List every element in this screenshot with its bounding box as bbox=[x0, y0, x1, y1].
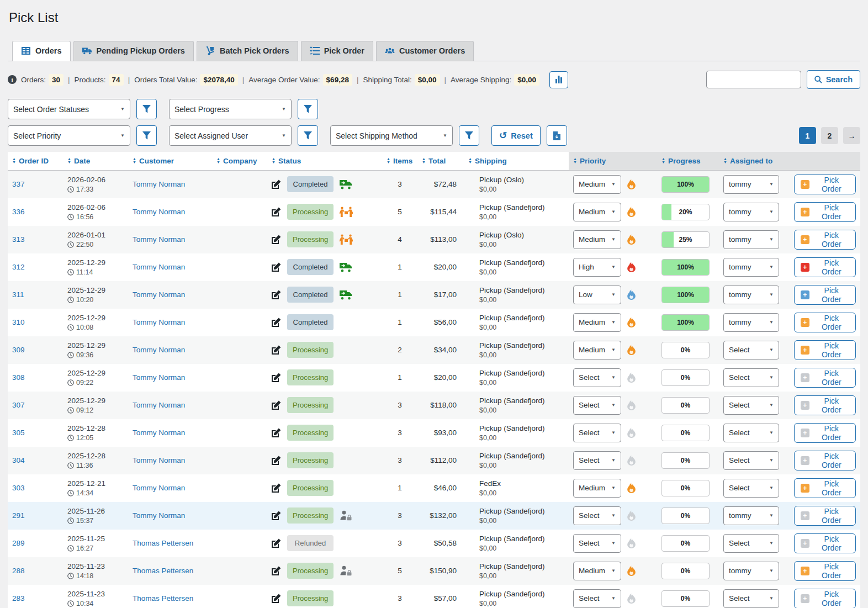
edit-status-icon[interactable] bbox=[272, 179, 281, 189]
column-header-priority[interactable]: ▲▼Priority bbox=[569, 152, 657, 171]
edit-status-icon[interactable] bbox=[272, 345, 281, 355]
pagination-next-button[interactable]: → bbox=[843, 127, 860, 144]
order-id-link[interactable]: 307 bbox=[12, 401, 25, 409]
assigned-to-select[interactable]: tommy ▼ bbox=[723, 286, 779, 304]
progress-filter-button[interactable] bbox=[298, 99, 318, 119]
order-id-link[interactable]: 305 bbox=[12, 429, 25, 437]
column-header-progress[interactable]: ▲▼Progress bbox=[657, 152, 719, 171]
assigned-to-select[interactable]: tommy ▼ bbox=[723, 230, 779, 249]
priority-select[interactable]: Medium ▼ bbox=[573, 230, 621, 249]
priority-select-filter[interactable]: Select Priority▼ bbox=[8, 125, 130, 146]
assigned-to-select[interactable]: tommy ▼ bbox=[723, 175, 779, 194]
edit-status-icon[interactable] bbox=[272, 207, 281, 216]
assigned-to-select[interactable]: tommy ▼ bbox=[723, 313, 779, 332]
order-id-link[interactable]: 313 bbox=[12, 235, 25, 244]
pick-order-button[interactable]: + Pick Order bbox=[794, 257, 856, 277]
column-header-shipping[interactable]: ▲▼Shipping bbox=[464, 152, 569, 171]
order-id-link[interactable]: 303 bbox=[12, 484, 25, 492]
order-id-link[interactable]: 288 bbox=[12, 567, 25, 575]
assigned-user-select[interactable]: Select Assigned User▼ bbox=[169, 125, 292, 146]
customer-link[interactable]: Tommy Norman bbox=[133, 290, 185, 299]
customer-link[interactable]: Tommy Norman bbox=[133, 401, 185, 409]
order-id-link[interactable]: 289 bbox=[12, 539, 25, 547]
pick-order-button[interactable]: + Pick Order bbox=[794, 285, 856, 305]
assigned-to-select[interactable]: tommy ▼ bbox=[723, 203, 779, 221]
pick-order-button[interactable]: + Pick Order bbox=[794, 478, 856, 498]
priority-select[interactable]: Medium ▼ bbox=[573, 341, 621, 359]
order-id-link[interactable]: 283 bbox=[12, 594, 25, 602]
column-header-date[interactable]: ▲▼Date bbox=[63, 152, 128, 171]
edit-status-icon[interactable] bbox=[272, 373, 281, 382]
customer-link[interactable]: Tommy Norman bbox=[133, 346, 185, 354]
search-input[interactable] bbox=[706, 71, 801, 88]
customer-link[interactable]: Tommy Norman bbox=[133, 373, 185, 382]
tab-customer-orders[interactable]: Customer Orders bbox=[376, 41, 474, 61]
pick-order-button[interactable]: + Pick Order bbox=[794, 506, 856, 526]
priority-select[interactable]: Select ▼ bbox=[573, 589, 621, 608]
edit-status-icon[interactable] bbox=[272, 456, 281, 465]
assigned-to-select[interactable]: Select ▼ bbox=[723, 534, 779, 553]
search-button[interactable]: Search bbox=[807, 70, 860, 89]
priority-select[interactable]: Select ▼ bbox=[573, 368, 621, 387]
pagination-page-2[interactable]: 2 bbox=[821, 127, 838, 144]
reset-filters-button[interactable]: ↺ Reset bbox=[491, 125, 541, 146]
pick-order-button[interactable]: + Pick Order bbox=[794, 533, 856, 553]
pick-order-button[interactable]: + Pick Order bbox=[794, 561, 856, 581]
edit-status-icon[interactable] bbox=[272, 594, 281, 603]
assigned-to-select[interactable]: Select ▼ bbox=[723, 589, 779, 608]
tab-batch-pick-orders[interactable]: Batch Pick Orders bbox=[197, 41, 298, 61]
progress-select[interactable]: Select Progress▼ bbox=[169, 99, 292, 119]
order-id-link[interactable]: 337 bbox=[12, 180, 25, 188]
pagination-page-1[interactable]: 1 bbox=[799, 127, 816, 144]
customer-link[interactable]: Thomas Pettersen bbox=[133, 539, 193, 547]
order-id-link[interactable]: 291 bbox=[12, 511, 25, 520]
edit-status-icon[interactable] bbox=[272, 290, 281, 299]
priority-select[interactable]: Medium ▼ bbox=[573, 562, 621, 580]
column-header-total[interactable]: ▲▼Total bbox=[417, 152, 464, 171]
customer-link[interactable]: Tommy Norman bbox=[133, 429, 185, 437]
column-header-items[interactable]: ▲▼Items bbox=[382, 152, 417, 171]
edit-status-icon[interactable] bbox=[272, 483, 281, 493]
pick-order-button[interactable]: + Pick Order bbox=[794, 313, 856, 332]
customer-link[interactable]: Tommy Norman bbox=[133, 456, 185, 464]
edit-status-icon[interactable] bbox=[272, 262, 281, 272]
customer-link[interactable]: Tommy Norman bbox=[133, 318, 185, 326]
order-id-link[interactable]: 309 bbox=[12, 346, 25, 354]
pick-order-button[interactable]: + Pick Order bbox=[794, 368, 856, 388]
column-header-status[interactable]: ▲▼Status bbox=[267, 152, 382, 171]
customer-link[interactable]: Tommy Norman bbox=[133, 484, 185, 492]
assigned-to-select[interactable]: Select ▼ bbox=[723, 424, 779, 442]
export-button[interactable] bbox=[547, 125, 567, 146]
pick-order-button[interactable]: + Pick Order bbox=[794, 589, 856, 608]
edit-status-icon[interactable] bbox=[272, 318, 281, 327]
order-id-link[interactable]: 308 bbox=[12, 373, 25, 382]
assigned-to-select[interactable]: Select ▼ bbox=[723, 341, 779, 359]
pick-order-button[interactable]: + Pick Order bbox=[794, 423, 856, 443]
assigned-to-select[interactable]: tommy ▼ bbox=[723, 506, 779, 525]
edit-status-icon[interactable] bbox=[272, 511, 281, 520]
pick-order-button[interactable]: + Pick Order bbox=[794, 395, 856, 415]
priority-filter-button[interactable] bbox=[136, 125, 157, 146]
column-header-assigned-to[interactable]: ▲▼Assigned to bbox=[719, 152, 790, 171]
priority-select[interactable]: High ▼ bbox=[573, 258, 621, 277]
assigned-user-filter-button[interactable] bbox=[298, 125, 318, 146]
customer-link[interactable]: Tommy Norman bbox=[133, 263, 185, 271]
pick-order-button[interactable]: + Pick Order bbox=[794, 340, 856, 360]
assigned-to-select[interactable]: Select ▼ bbox=[723, 368, 779, 387]
pick-order-button[interactable]: + Pick Order bbox=[794, 451, 856, 470]
order-statuses-select[interactable]: Select Order Statuses▼ bbox=[8, 99, 130, 119]
column-header-customer[interactable]: ▲▼Customer bbox=[128, 152, 212, 171]
customer-link[interactable]: Tommy Norman bbox=[133, 235, 185, 244]
priority-select[interactable]: Low ▼ bbox=[573, 286, 621, 304]
order-id-link[interactable]: 310 bbox=[12, 318, 25, 326]
priority-select[interactable]: Medium ▼ bbox=[573, 203, 621, 221]
assigned-to-select[interactable]: tommy ▼ bbox=[723, 258, 779, 277]
customer-link[interactable]: Tommy Norman bbox=[133, 208, 185, 216]
priority-select[interactable]: Medium ▼ bbox=[573, 479, 621, 498]
assigned-to-select[interactable]: Select ▼ bbox=[723, 451, 779, 470]
shipping-method-filter-button[interactable] bbox=[459, 125, 479, 146]
tab-pick-order[interactable]: Pick Order bbox=[301, 41, 373, 61]
edit-status-icon[interactable] bbox=[272, 538, 281, 548]
assigned-to-select[interactable]: Select ▼ bbox=[723, 396, 779, 415]
column-header-company[interactable]: ▲▼Company bbox=[212, 152, 267, 171]
